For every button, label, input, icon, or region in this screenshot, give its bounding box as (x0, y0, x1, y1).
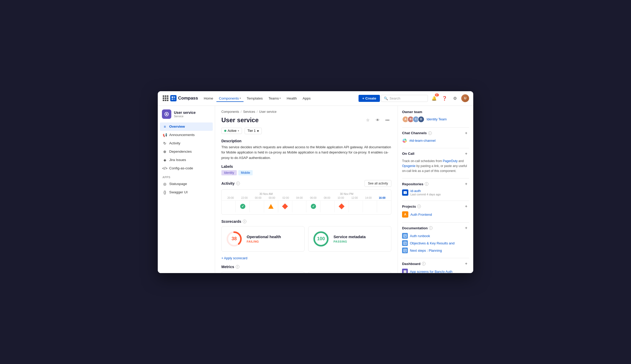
tier-badge[interactable]: Tier 1 ▾ (245, 128, 262, 134)
add-project-button[interactable]: + (463, 203, 469, 209)
pagerduty-link[interactable]: PagerDuty (443, 159, 458, 163)
status-badge[interactable]: Active ▾ (221, 128, 242, 134)
settings-button[interactable]: ⚙ (451, 94, 459, 102)
scorecard-operational-health[interactable]: 38 Operational health FAILING (221, 226, 305, 252)
app-window: Compass Home Components ▾ Templates Team… (158, 91, 473, 273)
doc-name-0[interactable]: Auth runbook (410, 234, 430, 238)
dashboard-name[interactable]: App screens for Bancly Auth (410, 270, 452, 273)
star-button[interactable]: ☆ (364, 116, 372, 124)
add-oncall-button[interactable]: + (463, 151, 469, 157)
dashboard-icon: ⬜ (402, 269, 408, 273)
nav-templates[interactable]: Templates (244, 95, 265, 102)
nav-components[interactable]: Components ▾ (216, 95, 244, 102)
more-options-button[interactable]: ••• (384, 116, 391, 124)
activity-info-icon[interactable]: i (236, 182, 240, 185)
svg-rect-1 (174, 96, 175, 98)
documentation-info-icon[interactable]: i (429, 226, 433, 230)
chat-channel-name[interactable]: #id-team-channel (409, 139, 435, 143)
logo[interactable]: Compass (170, 95, 198, 101)
metrics-title: Metrics (221, 265, 234, 269)
project-name[interactable]: Auth Frontend (410, 213, 432, 217)
diamond-event-icon-2 (339, 203, 345, 209)
check-event-icon-2: ✓ (311, 204, 316, 209)
sidebar-item-announcements[interactable]: 📢 Announcements (160, 131, 213, 139)
scorecard-service-metadata[interactable]: 100 Service metadata PASSING (308, 226, 391, 252)
apply-scorecard-button[interactable]: + Apply scorecard (221, 255, 391, 261)
svg-rect-2 (172, 98, 173, 100)
nav-home[interactable]: Home (201, 95, 216, 102)
svg-rect-3 (174, 98, 175, 100)
search-icon: 🔍 (384, 96, 388, 100)
sidebar-item-dependencies[interactable]: ⊕ Dependencies (160, 147, 213, 156)
metrics-info-icon[interactable]: i (236, 265, 239, 269)
add-documentation-button[interactable]: + (463, 225, 469, 231)
nav-apps[interactable]: Apps (300, 95, 313, 102)
sidebar-item-statuspage[interactable]: ◎ Statuspage (160, 180, 213, 188)
breadcrumb-components[interactable]: Components (221, 110, 239, 114)
chat-channels-section: Chat Channels i + #id-team-chan (402, 130, 469, 143)
metric-unit-test-coverage[interactable]: ↗ Unit test coverage 71.4 % (308, 272, 391, 273)
divider-2 (402, 148, 469, 148)
tier-label: Tier 1 (247, 129, 256, 133)
scorecards-info-icon[interactable]: i (243, 220, 246, 223)
doc-name-1[interactable]: Objectives & Key Results and (410, 241, 454, 245)
dashboard-info-icon[interactable]: i (422, 262, 426, 266)
dashboard-item: ⬜ App screens for Bancly Auth (402, 269, 469, 273)
repositories-info-icon[interactable]: i (425, 182, 428, 186)
check-event-icon: ✓ (240, 204, 245, 209)
repositories-section: Repositories i + id-auth Last commit 4 d… (402, 181, 469, 196)
search-input[interactable]: 🔍 Search (381, 95, 428, 102)
apps-grid-button[interactable] (162, 95, 169, 102)
add-repository-button[interactable]: + (463, 181, 469, 187)
doc-name-2[interactable]: Next steps : Planning (410, 249, 442, 252)
breadcrumb: Components / Services / User service (221, 110, 391, 114)
create-button[interactable]: + Create (359, 95, 380, 102)
label-mobile[interactable]: Mobile (238, 170, 253, 175)
dashboard-section: Dashboard i + ⬜ App screens for Bancly A… (402, 261, 469, 273)
logo-icon (170, 95, 177, 101)
doc-icon-1 (402, 240, 408, 246)
score-circle-operational: 38 (226, 231, 242, 247)
owner-team-name[interactable]: Identity Team (427, 117, 447, 121)
page-header-actions: ☆ 👁 ••• (364, 116, 391, 124)
sidebar-item-overview[interactable]: ≡ Overview (160, 122, 213, 131)
nav-teams[interactable]: Teams ▾ (266, 95, 284, 102)
see-all-activity-button[interactable]: See all activity (365, 180, 391, 187)
sidebar-item-jira-issues[interactable]: ◈ Jira Issues (160, 156, 213, 164)
component-icon (162, 109, 171, 119)
help-button[interactable]: ❓ (440, 94, 449, 102)
documentation-title: Documentation i (402, 226, 433, 230)
labels-title: Labels (221, 164, 391, 169)
sidebar-item-activity[interactable]: ↻ Activity (160, 139, 213, 147)
statuspage-icon: ◎ (162, 182, 167, 186)
main-content: Components / Services / User service Use… (215, 106, 398, 273)
owner-avatar-group: A B C D (402, 116, 424, 123)
nav-health[interactable]: Health (284, 95, 299, 102)
top-navigation: Compass Home Components ▾ Templates Team… (158, 91, 473, 106)
add-dashboard-button[interactable]: + (463, 261, 469, 267)
activity-section-header: Activity i See all activity (221, 180, 391, 187)
svg-rect-0 (172, 96, 173, 98)
sidebar-item-swagger-ui[interactable]: {} Swagger UI (160, 188, 213, 196)
config-icon: </> (162, 166, 167, 171)
user-avatar[interactable]: U (461, 94, 469, 102)
opsgenie-link[interactable]: Opsgenie (402, 164, 415, 168)
add-chat-channel-button[interactable]: + (463, 130, 469, 136)
watch-button[interactable]: 👁 (374, 116, 381, 124)
metric-deployment-frequency[interactable]: ↗ Deployment Frequency 29.25 deploys / w… (221, 272, 305, 273)
sidebar-item-config-as-code[interactable]: </> Config-as-code (160, 164, 213, 172)
repository-name[interactable]: id-auth (410, 189, 441, 193)
divider-5 (402, 222, 469, 223)
notifications-button[interactable]: 🔔 9+ (430, 94, 438, 102)
notification-badge: 9+ (435, 94, 439, 96)
label-identity[interactable]: Identity (221, 170, 237, 175)
repositories-title: Repositories i (402, 182, 428, 186)
projects-info-icon[interactable]: i (417, 205, 421, 208)
breadcrumb-services[interactable]: Services (243, 110, 255, 114)
diamond-event-icon (282, 203, 288, 209)
activity-chart: 30 Nov AM 30 Nov PM 20:00 22:00 00:00 00… (221, 189, 391, 215)
divider-3 (402, 178, 469, 178)
description-title: Description (221, 139, 391, 143)
chat-info-icon[interactable]: i (428, 131, 432, 135)
status-label: Active (228, 129, 236, 133)
